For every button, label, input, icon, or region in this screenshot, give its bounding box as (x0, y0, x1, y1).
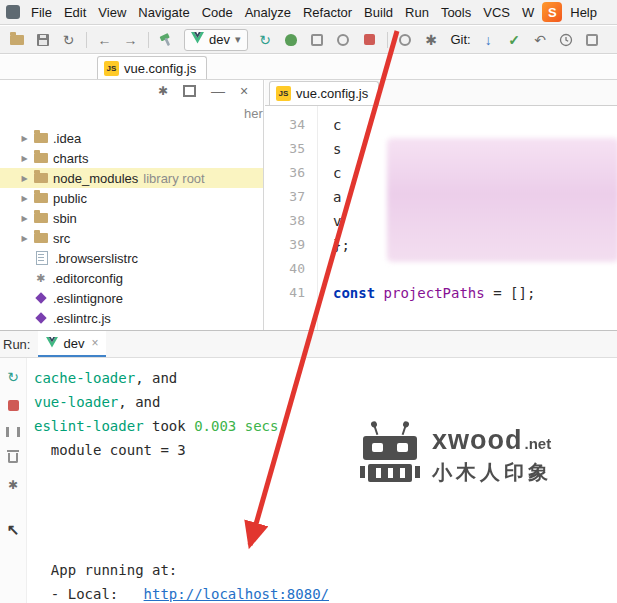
robot-icon (360, 423, 420, 487)
vcs-commit-icon[interactable]: ✓ (506, 31, 523, 48)
rerun-icon[interactable]: ↻ (7, 370, 19, 384)
tree-item-editorconfig[interactable]: ✱ .editorconfig (0, 268, 263, 288)
line-number: 41 (265, 281, 305, 305)
rerun-icon[interactable]: ↻ (257, 31, 274, 48)
floating-tab-vue-config-js[interactable]: JS vue.config.js (269, 81, 379, 105)
tree-item-src[interactable]: ▶ src (0, 228, 263, 248)
tree-item-sbin[interactable]: ▶ sbin (0, 208, 263, 228)
menu-item-run[interactable]: Run (399, 5, 435, 20)
tree-item-eslintrc-js[interactable]: .eslintrc.js (0, 308, 263, 328)
folder-icon (34, 193, 48, 203)
menu-item-vcs[interactable]: VCS (477, 5, 516, 20)
build-hammer-icon[interactable] (158, 31, 175, 48)
menu-item-help[interactable]: Help (564, 5, 603, 20)
settings-gear-icon[interactable]: ✱ (423, 31, 440, 48)
run-tab-dev[interactable]: dev × (38, 331, 106, 357)
shelf-icon[interactable] (584, 31, 601, 48)
clock-glyph (559, 33, 573, 47)
menu-item-file[interactable]: File (25, 5, 58, 20)
watermark-text: xwood .net 小木人印象 (432, 425, 552, 486)
stop-icon[interactable] (8, 400, 19, 411)
js-file-icon: JS (104, 61, 119, 76)
save-icon[interactable] (34, 31, 51, 48)
chevron-right-icon[interactable]: ▶ (20, 154, 29, 163)
code-text: s (333, 137, 341, 161)
clear-console-icon[interactable] (8, 453, 18, 463)
run-panel-header: Run: dev × (0, 331, 617, 358)
restore-window-icon[interactable] (183, 85, 196, 97)
tree-item-public[interactable]: ▶ public (0, 188, 263, 208)
coverage-icon[interactable] (309, 31, 326, 48)
tree-item-node-modules[interactable]: ▶ node_modules library root (0, 168, 263, 188)
console-line: - Local: http://localhost:8080/ (34, 582, 617, 603)
pause-output-icon[interactable] (6, 427, 20, 437)
floating-window-controls: ✱ — × (158, 84, 248, 98)
code-text: }; (333, 233, 350, 257)
menu-item-edit[interactable]: Edit (58, 5, 92, 20)
profiler-icon[interactable] (335, 31, 352, 48)
menu-item-build[interactable]: Build (358, 5, 399, 20)
tree-item-label: charts (53, 151, 88, 166)
scroll-to-end-icon[interactable]: ↖ (7, 521, 20, 539)
tree-item-charts[interactable]: ▶ charts (0, 148, 263, 168)
vue-icon (191, 32, 204, 47)
tree-item-idea[interactable]: ▶ .idea (0, 128, 263, 148)
run-config-select[interactable]: dev ▾ (184, 29, 248, 51)
vcs-update-icon[interactable]: ↓ (480, 31, 497, 48)
back-icon[interactable]: ← (96, 31, 113, 48)
tree-item-label: public (53, 191, 87, 206)
tree-item-browserslistrc[interactable]: .browserslistrc (0, 248, 263, 268)
robot-antenna (402, 426, 407, 435)
menu-item-refactor[interactable]: Refactor (297, 5, 358, 20)
chevron-right-icon[interactable]: ▶ (20, 234, 29, 243)
console-text: - Local: (34, 586, 144, 602)
forward-icon[interactable]: → (122, 31, 139, 48)
caret-down-icon: ▾ (235, 34, 241, 45)
watermark-logo: xwood .net 小木人印象 (360, 423, 552, 487)
close-tab-icon[interactable]: × (91, 336, 98, 350)
menu-bar: File Edit View Navigate Code Analyze Ref… (0, 0, 617, 25)
floating-editor-tab-strip: JS vue.config.js (265, 80, 617, 106)
console-settings-icon[interactable]: ✱ (8, 479, 18, 491)
sync-icon[interactable]: ↻ (60, 31, 77, 48)
robot-eye (397, 443, 408, 452)
tree-item-label: .eslintignore (53, 291, 123, 306)
console-line: vue-loader, and (34, 390, 617, 414)
menu-item-tools[interactable]: Tools (435, 5, 477, 20)
chevron-right-icon[interactable]: ▶ (20, 214, 29, 223)
tree-item-label: .editorconfig (52, 271, 123, 286)
tab-label: vue.config.js (124, 61, 196, 76)
editor-tab-strip: JS vue.config.js (0, 55, 617, 80)
run-tool-window: Run: dev × ↻ ✱ ↖ cache-loader, and vue-l… (0, 330, 617, 603)
code-area: 34 c 35 s 36 c 37 a 38 v 39 }; (265, 106, 617, 305)
menu-item-analyze[interactable]: Analyze (239, 5, 297, 20)
chevron-right-icon[interactable]: ▶ (20, 194, 29, 203)
tab-vue-config-js[interactable]: JS vue.config.js (97, 56, 207, 79)
menu-item-code[interactable]: Code (196, 5, 239, 20)
ime-badge-icon[interactable]: S (542, 2, 562, 22)
chevron-right-icon[interactable]: ▶ (20, 134, 29, 143)
localhost-link[interactable]: http://localhost:8080/ (144, 586, 329, 602)
gear-icon[interactable]: ✱ (158, 85, 168, 97)
search-glyph (399, 34, 411, 46)
history-clock-icon[interactable] (558, 31, 575, 48)
menu-item-window[interactable]: W (516, 5, 540, 20)
menu-item-navigate[interactable]: Navigate (132, 5, 195, 20)
open-folder-icon[interactable] (8, 31, 25, 48)
loader-name: eslint-loader (34, 418, 144, 434)
debug-bug-icon[interactable] (283, 31, 300, 48)
robot-eye (372, 443, 383, 452)
chevron-right-icon[interactable]: ▶ (20, 174, 29, 183)
close-icon[interactable]: × (240, 84, 248, 98)
minimize-icon[interactable]: — (211, 84, 225, 98)
eslint-icon (35, 292, 46, 303)
robot-body (368, 464, 412, 482)
tree-item-eslintignore[interactable]: .eslintignore (0, 288, 263, 308)
bug-glyph (285, 34, 297, 46)
search-icon[interactable] (397, 31, 414, 48)
rollback-icon[interactable]: ↶ (532, 31, 549, 48)
robot-head (363, 436, 417, 460)
menu-item-view[interactable]: View (92, 5, 132, 20)
stop-icon[interactable] (361, 31, 378, 48)
tree-item-label: .idea (53, 131, 81, 146)
